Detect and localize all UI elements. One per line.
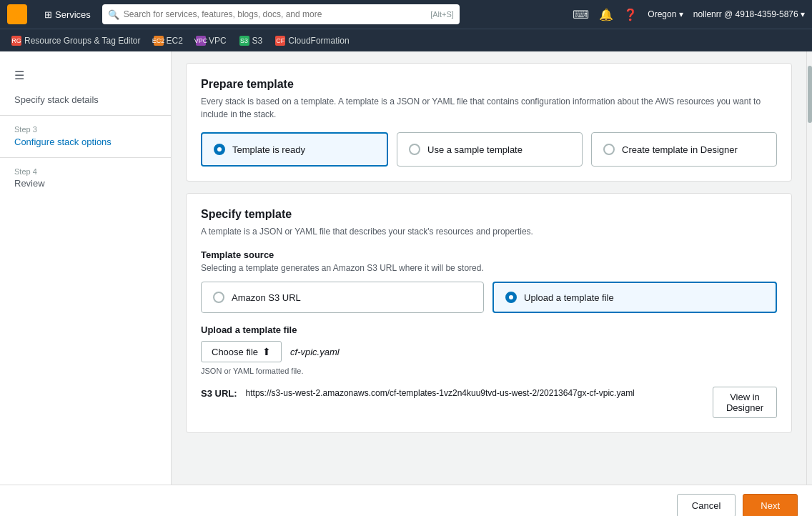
scroll-indicator[interactable] bbox=[806, 51, 812, 485]
sidebar-step4-label: Step 4 bbox=[14, 167, 157, 177]
choose-file-button[interactable]: Choose file ⬆ bbox=[201, 341, 282, 362]
sample-template-option[interactable]: Use a sample template bbox=[397, 132, 583, 167]
sidebar-specify-label: Specify stack details bbox=[14, 94, 157, 106]
designer-template-label: Create template in Designer bbox=[622, 144, 738, 155]
scroll-thumb bbox=[808, 66, 812, 123]
ec2-icon: EC2 bbox=[154, 36, 164, 46]
view-designer-button[interactable]: View inDesigner bbox=[713, 387, 777, 418]
region-selector[interactable]: Oregon ▾ bbox=[648, 9, 683, 19]
designer-template-option[interactable]: Create template in Designer bbox=[591, 132, 777, 167]
top-nav: ⊞ Services 🔍 [Alt+S] ⌨ 🔔 ❓ Oregon ▾ noll… bbox=[0, 0, 812, 29]
template-source-title: Template source bbox=[201, 249, 777, 260]
s3-label: S3 bbox=[252, 36, 263, 46]
rg-icon: RG bbox=[11, 36, 21, 46]
nav-icons: ⌨ 🔔 ❓ Oregon ▾ nollenrr @ 4918-4359-5876… bbox=[573, 8, 805, 21]
upload-icon: ⬆ bbox=[262, 346, 271, 357]
rg-label: Resource Groups & Tag Editor bbox=[24, 36, 141, 46]
upload-file-label: Upload a template file bbox=[524, 292, 614, 303]
cancel-button[interactable]: Cancel bbox=[677, 494, 736, 516]
breadcrumb-cloudformation[interactable]: CF CloudFormation bbox=[271, 34, 353, 47]
footer-actions: Cancel Next bbox=[0, 485, 812, 516]
s3-url-row: S3 URL: https://s3-us-west-2.amazonaws.c… bbox=[201, 387, 777, 418]
template-ready-option[interactable]: Template is ready bbox=[201, 132, 388, 167]
sidebar-divider-1 bbox=[0, 115, 171, 116]
page-layout: ☰ Specify stack details Step 3 Configure… bbox=[0, 51, 812, 485]
sidebar-menu-icon[interactable]: ☰ bbox=[0, 63, 171, 88]
cf-icon: CF bbox=[275, 36, 285, 46]
ec2-label: EC2 bbox=[167, 36, 183, 46]
s3-url-option[interactable]: Amazon S3 URL bbox=[201, 282, 484, 313]
terminal-icon[interactable]: ⌨ bbox=[573, 8, 589, 21]
user-menu[interactable]: nollenrr @ 4918-4359-5876 ▾ bbox=[693, 9, 805, 19]
upload-file-radio[interactable] bbox=[505, 292, 517, 303]
specify-template-desc: A template is a JSON or YAML file that d… bbox=[201, 225, 777, 238]
breadcrumb-resource-groups[interactable]: RG Resource Groups & Tag Editor bbox=[7, 34, 145, 47]
s3-icon: S3 bbox=[239, 36, 249, 46]
sidebar-item-specify-stack[interactable]: Specify stack details bbox=[0, 88, 171, 112]
aws-logo-box bbox=[7, 4, 27, 24]
template-ready-radio[interactable] bbox=[214, 144, 225, 155]
services-button[interactable]: ⊞ Services bbox=[39, 6, 96, 23]
sidebar-divider-2 bbox=[0, 157, 171, 158]
search-bar[interactable]: 🔍 [Alt+S] bbox=[102, 4, 460, 24]
s3-url-section-label: S3 URL: bbox=[201, 388, 237, 399]
breadcrumb-bar: RG Resource Groups & Tag Editor EC2 EC2 … bbox=[0, 29, 812, 51]
sidebar-step3-label: Step 3 bbox=[14, 124, 157, 135]
grid-icon: ⊞ bbox=[44, 9, 52, 20]
specify-template-title: Specify template bbox=[201, 208, 777, 221]
prepare-template-card: Prepare template Every stack is based on… bbox=[186, 63, 792, 182]
s3-url-radio[interactable] bbox=[213, 292, 224, 303]
main-content: Prepare template Every stack is based on… bbox=[172, 51, 806, 485]
specify-template-card: Specify template A template is a JSON or… bbox=[186, 193, 792, 433]
upload-section-label: Upload a template file bbox=[201, 324, 777, 335]
sidebar: ☰ Specify stack details Step 3 Configure… bbox=[0, 51, 172, 485]
sidebar-item-step4[interactable]: Step 4 Review bbox=[0, 161, 171, 197]
search-input[interactable] bbox=[124, 9, 426, 19]
cf-label: CloudFormation bbox=[288, 36, 349, 46]
breadcrumb-vpc[interactable]: VPC VPC bbox=[192, 34, 231, 47]
upload-hint: JSON or YAML formatted file. bbox=[201, 367, 777, 375]
choose-file-label: Choose file bbox=[212, 347, 258, 357]
s3-url-value: https://s3-us-west-2.amazonaws.com/cf-te… bbox=[246, 387, 704, 400]
upload-file-option[interactable]: Upload a template file bbox=[492, 282, 777, 313]
vpc-icon: VPC bbox=[196, 36, 206, 46]
sidebar-step4-name: Review bbox=[14, 177, 157, 190]
vpc-label: VPC bbox=[209, 36, 227, 46]
breadcrumb-s3[interactable]: S3 S3 bbox=[235, 34, 267, 47]
sidebar-step3-name: Configure stack options bbox=[14, 136, 157, 149]
designer-template-radio[interactable] bbox=[603, 144, 615, 155]
prepare-template-options: Template is ready Use a sample template … bbox=[201, 132, 777, 167]
prepare-template-title: Prepare template bbox=[201, 78, 777, 91]
sample-template-radio[interactable] bbox=[409, 144, 420, 155]
next-button[interactable]: Next bbox=[743, 494, 798, 516]
sidebar-item-step3[interactable]: Step 3 Configure stack options bbox=[0, 119, 171, 154]
breadcrumb-ec2[interactable]: EC2 EC2 bbox=[149, 34, 187, 47]
s3-url-label: Amazon S3 URL bbox=[232, 292, 301, 303]
sample-template-label: Use a sample template bbox=[427, 144, 523, 155]
template-ready-label: Template is ready bbox=[232, 144, 305, 155]
bell-icon[interactable]: 🔔 bbox=[599, 8, 613, 21]
upload-row: Choose file ⬆ cf-vpic.yaml bbox=[201, 341, 777, 362]
search-icon: 🔍 bbox=[108, 9, 119, 20]
aws-logo[interactable] bbox=[7, 4, 27, 24]
template-source-options: Amazon S3 URL Upload a template file bbox=[201, 282, 777, 313]
prepare-template-desc: Every stack is based on a template. A te… bbox=[201, 95, 777, 121]
file-name-display: cf-vpic.yaml bbox=[290, 347, 340, 357]
help-icon[interactable]: ❓ bbox=[623, 8, 638, 21]
search-shortcut: [Alt+S] bbox=[430, 10, 454, 19]
services-label: Services bbox=[55, 9, 91, 20]
template-source-desc: Selecting a template generates an Amazon… bbox=[201, 263, 777, 273]
